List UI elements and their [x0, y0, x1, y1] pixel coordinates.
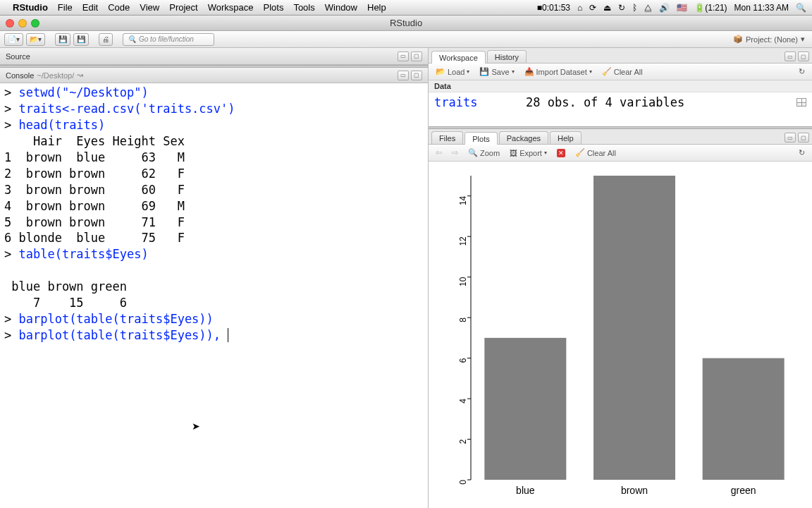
menu-help[interactable]: Help	[367, 2, 386, 13]
svg-rect-21	[703, 358, 785, 480]
workspace-refresh-button[interactable]: ↻	[796, 66, 808, 77]
menu-plots[interactable]: Plots	[263, 2, 283, 13]
plot-export-button[interactable]: 🖼Export▾	[507, 148, 550, 158]
input-source-icon[interactable]: 🇺🇸	[677, 3, 687, 13]
workspace-tabs: Workspace History ▭ ▢	[429, 48, 812, 64]
svg-text:2: 2	[458, 439, 468, 444]
volume-icon[interactable]: 🔊	[659, 3, 670, 13]
svg-text:blue: blue	[516, 485, 535, 496]
plot-canvas: 02468101214bluebrowngreen	[429, 162, 812, 508]
workspace-body: traits 28 obs. of 4 variables	[429, 92, 812, 126]
close-window-button[interactable]	[6, 19, 14, 28]
svg-text:6: 6	[458, 358, 468, 363]
tab-packages[interactable]: Packages	[499, 131, 548, 144]
source-maximize-button[interactable]: ▢	[411, 52, 422, 61]
broom-icon: 🧹	[575, 148, 585, 157]
svg-rect-19	[593, 176, 675, 480]
svg-text:10: 10	[458, 277, 468, 286]
view-data-icon[interactable]	[796, 98, 806, 107]
plots-pane: Files Plots Packages Help ▭ ▢ ⇦ ⇨ 🔍Zoom …	[429, 129, 812, 508]
tab-workspace[interactable]: Workspace	[431, 51, 486, 64]
svg-text:green: green	[731, 485, 756, 496]
export-icon: 🖼	[510, 149, 517, 157]
workspace-load-button[interactable]: 📂Load▾	[433, 66, 472, 77]
workspace-save-button[interactable]: 💾Save▾	[476, 66, 517, 77]
zoom-window-button[interactable]	[31, 19, 39, 28]
console-maximize-button[interactable]: ▢	[411, 71, 422, 80]
plots-maximize-button[interactable]: ▢	[798, 133, 809, 143]
console-output[interactable]: > setwd("~/Desktop") > traits<-read.csv(…	[0, 83, 428, 508]
app-name[interactable]: RStudio	[13, 2, 48, 13]
source-collapse-button[interactable]: ▭	[398, 52, 409, 61]
tab-files[interactable]: Files	[431, 131, 463, 144]
menu-file[interactable]: File	[58, 2, 73, 13]
bluetooth-icon[interactable]: ᛒ	[632, 3, 637, 13]
console-pop-out-icon[interactable]: ↝	[77, 71, 83, 80]
menu-project[interactable]: Project	[169, 2, 197, 13]
plot-clear-all-button[interactable]: 🧹Clear All	[572, 147, 619, 158]
workspace-collapse-button[interactable]: ▭	[785, 52, 796, 61]
svg-text:12: 12	[458, 236, 468, 246]
import-icon: 📥	[524, 67, 534, 76]
console-pane-header: Console ~/Desktop/ ↝ ▭ ▢	[0, 68, 428, 83]
delete-icon: ✕	[557, 149, 565, 157]
spotlight-icon[interactable]: 🔍	[796, 3, 806, 13]
workspace-var-desc: 28 obs. of 4 variables	[526, 95, 796, 109]
save-all-button[interactable]: 💾	[73, 33, 89, 46]
minimize-window-button[interactable]	[18, 19, 27, 28]
refresh-icon: ↻	[799, 148, 805, 157]
goto-file-function-input[interactable]: 🔍 Go to file/function	[123, 33, 214, 46]
svg-text:14: 14	[458, 195, 468, 205]
dropbox-icon[interactable]: ⌂	[577, 3, 582, 13]
print-button[interactable]: 🖨	[99, 33, 113, 46]
plots-tabs: Files Plots Packages Help ▭ ▢	[429, 129, 812, 145]
workspace-maximize-button[interactable]: ▢	[798, 52, 809, 61]
mac-menubar: RStudio File Edit Code View Project Work…	[0, 0, 812, 16]
plot-next-button[interactable]: ⇨	[449, 147, 461, 158]
workspace-row-traits[interactable]: traits 28 obs. of 4 variables	[434, 95, 806, 109]
tab-history[interactable]: History	[487, 50, 527, 63]
menu-code[interactable]: Code	[108, 2, 130, 13]
clock[interactable]: Mon 11:33 AM	[734, 3, 789, 13]
tab-plots[interactable]: Plots	[465, 132, 497, 145]
plot-delete-button[interactable]: ✕	[554, 148, 568, 158]
battery-icon[interactable]: 🔋 (1:21)	[694, 3, 727, 13]
open-icon: 📂	[436, 67, 445, 76]
new-file-button[interactable]: 📄▾	[4, 33, 23, 46]
project-icon: 📦	[733, 35, 743, 44]
menubar-status: ■ 0:01:53 ⌂ ⟳ ⏏ ↻ ᛒ ⧋ 🔊 🇺🇸 🔋 (1:21) Mon …	[537, 3, 806, 13]
save-button[interactable]: 💾	[55, 33, 70, 46]
menu-edit[interactable]: Edit	[82, 2, 98, 13]
workspace-import-button[interactable]: 📥Import Dataset▾	[522, 66, 595, 77]
plot-refresh-button[interactable]: ↻	[796, 147, 808, 158]
main-toolbar: 📄▾ 📂▾ 💾 💾 🖨 🔍 Go to file/function 📦 Proj…	[0, 31, 812, 48]
plot-prev-button[interactable]: ⇦	[433, 147, 445, 158]
refresh-icon[interactable]: ↻	[618, 3, 625, 13]
menu-workspace[interactable]: Workspace	[208, 2, 254, 13]
sync-icon[interactable]: ⟳	[589, 3, 596, 13]
menu-window[interactable]: Window	[325, 2, 357, 13]
menu-tools[interactable]: Tools	[293, 2, 314, 13]
refresh-icon: ↻	[799, 67, 805, 76]
console-pane-label: Console	[6, 71, 34, 80]
plots-collapse-button[interactable]: ▭	[785, 133, 796, 143]
arrow-left-icon: ⇦	[436, 148, 442, 157]
svg-text:8: 8	[458, 318, 468, 322]
menu-view[interactable]: View	[140, 2, 159, 13]
plot-zoom-button[interactable]: 🔍Zoom	[465, 147, 503, 158]
svg-text:brown: brown	[621, 485, 648, 496]
workspace-var-name: traits	[434, 95, 526, 109]
console-collapse-button[interactable]: ▭	[398, 71, 409, 80]
svg-text:4: 4	[458, 399, 468, 404]
arrow-right-icon: ⇨	[452, 148, 458, 157]
wifi-icon[interactable]: ⧋	[644, 3, 652, 13]
workspace-toolbar: 📂Load▾ 💾Save▾ 📥Import Dataset▾ 🧹Clear Al…	[429, 64, 812, 80]
open-file-button[interactable]: 📂▾	[26, 33, 45, 46]
eject-icon[interactable]: ⏏	[603, 3, 611, 13]
tab-help[interactable]: Help	[550, 131, 582, 144]
svg-text:0: 0	[458, 480, 468, 485]
source-pane-label: Source	[6, 52, 30, 61]
screen-record-icon[interactable]: ■ 0:01:53	[537, 3, 570, 13]
workspace-clear-button[interactable]: 🧹Clear All	[599, 66, 646, 77]
project-picker[interactable]: 📦 Project: (None) ▾	[730, 35, 808, 44]
